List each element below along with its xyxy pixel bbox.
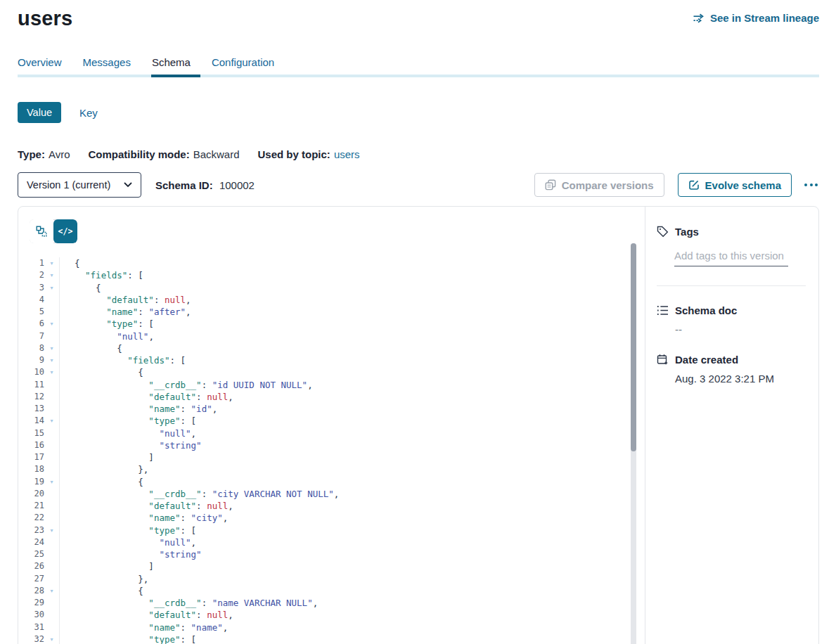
schema-detail-card: </> 1▾{2▾ "fields": [3▾ {4 "default": nu… [18,206,819,644]
editor-view-toggle: </> [30,219,77,243]
fold-caret-icon[interactable]: ▾ [44,269,60,281]
fold-caret-icon[interactable]: ▾ [44,524,60,536]
fold-spacer [44,403,60,415]
schema-meta-row: Type: Avro Compatibility mode: Backward … [18,148,819,160]
code-lines: 1▾{2▾ "fields": [3▾ {4 "default": null,5… [18,257,645,644]
date-created-title: Date created [675,354,738,366]
fold-spacer [44,451,60,463]
code-line: 18 }, [18,463,645,475]
code-line: 26 ] [18,560,645,572]
code-line: 17 ] [18,451,645,463]
line-number: 3 [18,282,44,294]
code-line: 16 "string" [18,439,645,451]
code-line: 20 "__crdb__": "city VARCHAR NOT NULL", [18,488,645,500]
line-number: 31 [18,622,44,633]
code-text: "default": null, [60,500,233,512]
code-line: 4 "default": null, [18,294,645,306]
schema-id: Schema ID: 100002 [155,179,255,191]
code-text: "__crdb__": "name VARCHAR NULL", [60,597,318,609]
line-number: 24 [18,536,44,548]
code-text: "string" [60,548,202,560]
line-number: 17 [18,451,44,463]
fold-caret-icon[interactable]: ▾ [44,354,60,366]
tags-section-header: Tags [657,226,806,238]
line-number: 14 [18,415,44,427]
compare-icon [545,179,556,191]
schema-sidebar: Tags Schema doc -- [645,207,818,644]
line-number: 25 [18,548,44,560]
code-line: 8▾ { [18,342,645,354]
code-view-button[interactable]: </> [53,219,77,243]
fold-spacer [44,427,60,439]
fold-caret-icon[interactable]: ▾ [44,585,60,597]
fold-caret-icon[interactable]: ▾ [44,366,60,378]
schema-page: users See in Stream lineage Overview Mes… [0,0,836,644]
date-created-value: Aug. 3 2022 3:21 PM [675,373,806,385]
calendar-icon [657,354,669,366]
value-toggle-button[interactable]: Value [18,102,61,123]
fold-caret-icon[interactable]: ▾ [44,633,60,644]
line-number: 16 [18,439,44,451]
schema-id-value: 100002 [219,179,255,191]
fold-caret-icon[interactable]: ▾ [44,342,60,354]
code-text: ] [60,560,154,572]
code-text: { [60,476,143,488]
page-title: users [18,7,72,30]
code-text: "name": "city", [60,512,228,524]
version-select[interactable]: Version 1 (current) [18,172,141,198]
code-line: 13 "name": "id", [18,403,645,415]
code-line: 24 "null", [18,536,645,548]
type-label: Type: [18,148,45,160]
topic-link[interactable]: users [334,148,360,160]
fold-spacer [44,622,60,633]
fold-caret-icon[interactable]: ▾ [44,318,60,330]
key-toggle-button[interactable]: Key [79,107,98,119]
code-line: 10▾ { [18,366,645,378]
fold-caret-icon[interactable]: ▾ [44,476,60,488]
code-line: 6▾ "type": [ [18,318,645,330]
tree-view-button[interactable] [30,219,53,243]
more-actions-button[interactable] [803,179,819,191]
tags-title: Tags [675,226,699,238]
code-text: "null", [60,536,196,548]
chevron-down-icon [124,182,132,188]
fold-caret-icon[interactable]: ▾ [44,282,60,294]
code-line: 15 "null", [18,427,645,439]
line-number: 26 [18,560,44,572]
fold-spacer [44,500,60,512]
fold-caret-icon[interactable]: ▾ [44,257,60,269]
compatibility-value: Backward [193,148,240,160]
fold-caret-icon[interactable]: ▾ [44,415,60,427]
line-number: 18 [18,463,44,475]
code-text: "name": "id", [60,403,217,415]
code-text: "type": [ [60,318,154,330]
doc-list-icon [657,305,669,316]
code-text: "null", [60,427,196,439]
tab-schema[interactable]: Schema [152,56,191,77]
code-text: }, [60,463,148,475]
editor-scrollbar-thumb[interactable] [631,243,636,451]
code-line: 27 }, [18,573,645,585]
code-text: "__crdb__": "city VARCHAR NOT NULL", [60,488,339,500]
date-created-section: Date created Aug. 3 2022 3:21 PM [657,354,806,385]
tag-icon [657,226,669,238]
code-text: "__crdb__": "id UUID NOT NULL", [60,379,313,391]
code-text: { [60,585,143,597]
code-line: 7 "null", [18,330,645,342]
line-number: 28 [18,585,44,597]
tab-underline-track [18,75,819,77]
code-text: "fields": [ [60,354,186,366]
evolve-schema-button[interactable]: Evolve schema [678,173,792,197]
line-number: 7 [18,330,44,342]
fold-spacer [44,536,60,548]
compare-versions-button[interactable]: Compare versions [534,173,664,197]
code-text: ] [60,451,154,463]
schema-doc-value: -- [675,323,806,335]
add-tags-input[interactable] [674,248,788,266]
line-number: 20 [18,488,44,500]
code-text: "type": [ [60,524,196,536]
code-text: "name": "after", [60,306,191,318]
line-number: 11 [18,379,44,391]
code-text: "name": "name", [60,622,228,633]
see-in-stream-lineage-link[interactable]: See in Stream lineage [693,12,819,24]
